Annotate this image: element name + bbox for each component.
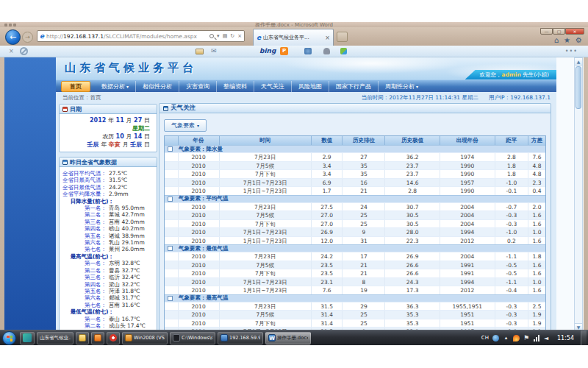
taskbar-button-vm[interactable]: Win2008 (VS2... [122,332,168,344]
nav-item-8[interactable]: 周期性分析▾ [379,81,425,92]
taskbar-button-pinned-app[interactable] [20,332,35,344]
stop-icon[interactable]: × [237,33,242,39]
table-cell: 1951 [440,319,495,328]
search-dropdown-icon[interactable]: ▾ [217,33,220,39]
taskbar-button-ie[interactable]: e山东省气候业... [37,332,74,344]
close-pane-icon[interactable]: × [9,48,14,54]
compatibility-icon[interactable]: ▤ [223,33,228,39]
globe-tray-icon[interactable] [492,335,499,342]
nav-item-4[interactable]: 整编资料 [217,81,254,92]
table-cell: 24 [343,203,385,211]
table-cell: 1990 [440,162,495,170]
bing-logo[interactable]: bing [259,47,276,54]
table-cell: 2.0 [528,203,545,211]
scrollbar-up-arrow[interactable]: ▲ [575,58,582,66]
taskbar-clock[interactable]: 11:54 [557,335,574,342]
favorites-star-icon[interactable]: ★ [564,36,570,44]
weather-stat-row: 全省日平均气温：27.5℃ [60,170,155,177]
site-banner: 山东省气候业务平台 欢迎您，admin 先生(小姐) [56,57,556,79]
table-group-row[interactable]: 气象要素：最低气温 [165,244,545,252]
back-button[interactable]: ← [5,29,21,45]
weather-group-label: 最低气温(前七)： [60,308,155,315]
search-badge-icon[interactable]: P [280,47,288,55]
nav-item-0[interactable]: 首页 [61,81,90,92]
address-bar[interactable]: e http://192.168.137.1/SLCCLIMATE/module… [37,30,245,42]
settings-gear-icon[interactable]: ⚙ [576,36,582,44]
forward-button[interactable]: → [22,32,33,43]
maximize-button[interactable]: ▢ [553,28,565,35]
welcome-username: admin [502,71,521,78]
addon-icon-3[interactable] [340,48,347,54]
weather-group-label: 最高气温(前七)： [60,253,155,260]
new-tab-button[interactable] [337,32,348,42]
addon-icon-2[interactable] [323,48,330,54]
breadcrumb: 当前位置：首页 [62,92,101,103]
table-group-row[interactable]: 气象要素：最高气温 [165,294,545,302]
table-row: 20107月5候27.02530.52004-0.31.6 [165,210,545,219]
browser-tab[interactable]: e 山东省气候业务平... × [253,29,334,46]
nav-item-5[interactable]: 天气关注 [254,81,292,92]
nav-item-2[interactable]: 相似性分析 [136,81,179,92]
start-button[interactable] [2,331,16,345]
taskbar-button-label: Win2008 (VS2... [134,335,165,341]
hidden-icons-arrow[interactable]: ▴ [503,335,509,342]
table-cell: -0.3 [495,220,529,228]
action-center-flag-icon[interactable]: ⚑ [523,335,530,342]
taskbar-button-rdp[interactable]: 192.168.59.99... [218,332,263,344]
table-cell: 2012 [440,286,495,294]
date-line: 星期二 [62,124,150,132]
table-cell: 2.9 [312,153,343,161]
table-cell: 7月23日 [220,252,312,261]
mail-icon[interactable]: ✉ [211,47,217,54]
url-text[interactable]: http://192.168.137.1/SLCCLIMATE/modules/… [46,33,209,40]
element-filter-button[interactable]: 气象要素▾ [164,119,207,132]
ie-window: ← → e http://192.168.137.1/SLCCLIMATE/mo… [0,27,588,331]
table-cell: 26.6 [385,261,440,269]
more-options-icon[interactable]: ••• [565,48,578,54]
table-group-row[interactable]: 气象要素：降水量 [165,145,545,152]
nav-item-1[interactable]: 数据分析▾ [95,81,136,92]
nav-item-6[interactable]: 风险地图 [292,81,329,92]
addon-icon-1[interactable] [304,48,312,54]
volume-icon[interactable]: ◄ [544,335,551,342]
network-icon[interactable] [534,335,540,342]
flame-tray-icon[interactable] [513,335,520,342]
nav-item-3[interactable]: 灾害查询 [179,81,217,92]
data-icon [62,160,68,165]
scrollbar-thumb[interactable] [576,66,581,109]
nav-item-7[interactable]: 国家下行产品 [329,81,379,92]
minimize-button[interactable]: — [540,28,553,35]
home-icon[interactable]: ⌂ [554,36,559,44]
table-cell: 23.7 [385,162,440,170]
taskbar-button-cmd[interactable]: C:\Windows\sy... [170,332,215,344]
compass-logo-icon[interactable] [20,47,28,55]
expand-checkbox-icon[interactable] [168,146,173,152]
card-icon[interactable] [196,49,204,54]
expand-checkbox-icon[interactable] [168,296,173,301]
taskbar-button-folder[interactable] [76,332,89,344]
table-cell: 7月下旬 [220,269,312,277]
taskbar-button-word[interactable]: W操作手册.docx -... [265,332,311,344]
expand-checkbox-icon[interactable] [168,197,173,202]
refresh-icon[interactable]: ↻ [230,33,234,39]
taskbar-button-app-orange[interactable] [91,332,104,344]
table-cell: 2.3 [528,179,545,187]
page-scrollbar[interactable]: ▲ ▼ [574,57,583,331]
tab-close-icon[interactable]: × [323,35,330,41]
table-cell: 7月1日~7月23日 [220,179,312,187]
weather-stat-row: 第四名：梁山 32.2℃ [60,281,155,288]
show-desktop-button[interactable] [581,330,587,346]
table-cell: 7月5候 [220,162,312,170]
expand-checkbox-icon[interactable] [168,246,173,251]
weather-stat-row: 第四名：崂山 40.2mm [60,225,155,232]
close-button[interactable]: × [565,28,584,35]
language-indicator[interactable]: CH [481,335,489,341]
table-cell: 2010 [179,261,220,269]
table-cell: 1.7 [312,187,343,195]
table-group-row[interactable]: 气象要素：平均气温 [165,195,545,202]
search-icon[interactable] [209,34,214,38]
table-cell: 27.0 [312,220,343,228]
weather-stat-row: 第五名：诸城 38.9mm [60,233,155,239]
taskbar-button-app-media[interactable] [107,332,120,344]
table-cell: 2010 [179,203,220,211]
